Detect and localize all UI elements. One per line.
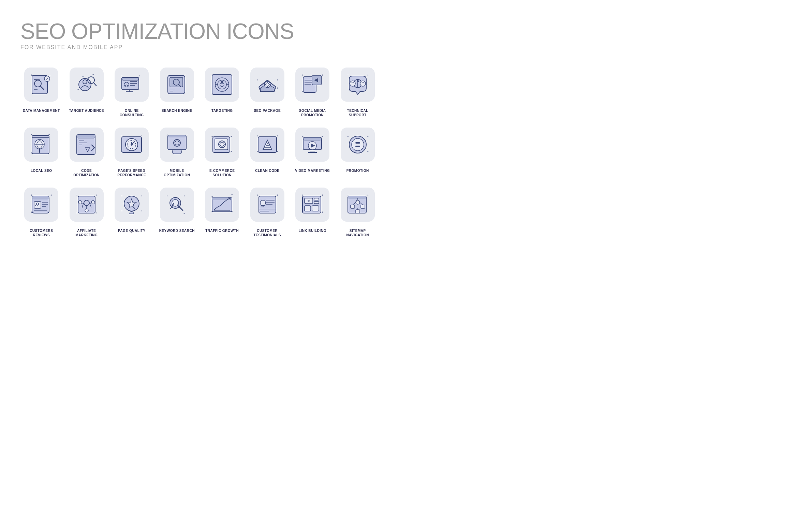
svg-point-203: [308, 200, 310, 202]
svg-line-11: [93, 83, 96, 86]
svg-text:+: +: [139, 74, 141, 77]
svg-text:+: +: [257, 150, 258, 153]
svg-rect-202: [312, 206, 319, 211]
icon-item-pages-speed-performance: + + + PAGE'S SPEED PERFORMANCE: [111, 124, 153, 177]
icon-label-page-quality: PAGE QUALITY: [118, 228, 145, 233]
svg-text:+: +: [121, 150, 123, 153]
svg-text:+: +: [96, 211, 98, 215]
icon-label-affiliate-marketing: AFFILIATE MARKETING: [68, 228, 105, 237]
icon-label-online-consulting: ONLINE CONSULTING: [113, 108, 150, 117]
svg-text:+: +: [277, 134, 278, 137]
icon-item-affiliate-marketing: + + + + AFFILIATE MARKETING: [66, 184, 108, 237]
icon-label-link-building: LINK BUILDING: [299, 228, 326, 233]
svg-text:+: +: [76, 211, 78, 215]
svg-text:+: +: [302, 74, 304, 77]
icon-label-clean-code: CLEAN CODE: [255, 168, 279, 173]
svg-rect-140: [32, 196, 49, 200]
svg-rect-199: [314, 198, 319, 200]
svg-point-64: [350, 81, 355, 86]
svg-text:+: +: [96, 194, 98, 197]
svg-text:+: +: [231, 74, 233, 77]
svg-text:+: +: [302, 135, 304, 138]
icon-label-sitemap-navigation: SITEMAP NAVIGATION: [339, 228, 376, 237]
svg-text:+: +: [231, 210, 233, 213]
icon-item-seo-package: + + + SEO PACKAGE: [247, 64, 289, 117]
icon-item-promotion: + + + PROMOTION: [337, 124, 379, 177]
svg-text:+: +: [183, 194, 185, 197]
svg-text:+: +: [121, 134, 123, 137]
svg-text:+: +: [167, 74, 169, 77]
icon-label-seo-package: SEO PACKAGE: [254, 108, 281, 113]
svg-rect-201: [305, 206, 311, 211]
svg-text:+: +: [347, 74, 349, 77]
icon-item-data-management: + + DATA MANAGEMENT: [20, 64, 62, 117]
svg-text:+: +: [166, 134, 168, 137]
icon-item-code-optimization: + + CODE OPTIMIZATION: [66, 124, 108, 177]
icon-item-social-media-promotion: + + + SOCIAL MEDIA PROMOTION: [292, 64, 334, 117]
svg-text:+: +: [257, 194, 258, 197]
icon-label-code-optimization: CODE OPTIMIZATION: [68, 168, 105, 177]
icon-label-social-media-promotion: SOCIAL MEDIA PROMOTION: [294, 108, 331, 117]
icon-label-keyword-search: KEYWORD SEARCH: [159, 228, 195, 233]
svg-text:+: +: [322, 194, 323, 197]
svg-rect-75: [77, 135, 95, 138]
icon-label-promotion: PROMOTION: [346, 168, 369, 173]
icon-label-technical-support: TECHNICAL SUPPORT: [339, 108, 376, 117]
svg-text:+: +: [77, 88, 79, 91]
icon-label-search-engine: SEARCH ENGINE: [162, 108, 192, 113]
svg-rect-200: [314, 202, 319, 204]
svg-text:+: +: [367, 135, 369, 138]
icon-label-customer-testimonials: CUSTOMER TESTIMONIALS: [249, 228, 286, 237]
svg-point-209: [356, 200, 360, 204]
page-header: SEO OPTIMIZATION ICONS FOR WEBSITE AND M…: [20, 20, 379, 50]
svg-text:+: +: [31, 74, 32, 77]
icon-item-customers-reviews: + + + CUSTOMERS REVIEWS: [20, 184, 62, 237]
svg-text:+: +: [141, 194, 143, 197]
svg-rect-210: [351, 205, 355, 208]
svg-text:+: +: [49, 74, 51, 77]
svg-text:+: +: [277, 78, 278, 82]
svg-rect-16: [122, 77, 139, 80]
svg-point-153: [91, 201, 95, 204]
svg-text:+: +: [31, 133, 32, 136]
svg-text:+: +: [367, 74, 369, 77]
svg-rect-211: [361, 205, 365, 208]
svg-rect-208: [348, 196, 366, 199]
svg-text:+: +: [231, 135, 232, 138]
svg-text:+: +: [82, 75, 84, 78]
svg-text:+: +: [166, 194, 168, 197]
svg-point-133: [352, 138, 364, 151]
svg-text:+: +: [211, 74, 213, 77]
svg-text:+: +: [302, 90, 304, 93]
icon-item-ecommerce-solution: + + + E-COMMERCE SOLUTION: [201, 124, 243, 177]
icon-label-customers-reviews: CUSTOMERS REVIEWS: [23, 228, 60, 237]
svg-text:+: +: [211, 135, 213, 138]
svg-text:+: +: [141, 209, 143, 212]
page-title: SEO OPTIMIZATION ICONS: [20, 20, 379, 42]
svg-text:+: +: [277, 87, 278, 90]
icon-item-technical-support: + + TECHNICAL SUPPORT: [337, 64, 379, 117]
icon-item-target-audience: + + + TARGET AUDIENCE: [66, 64, 108, 117]
icon-label-targeting: TARGETING: [211, 108, 233, 113]
svg-point-88: [131, 144, 133, 146]
svg-text:+: +: [257, 78, 258, 82]
svg-text:+: +: [347, 135, 349, 138]
svg-text:+: +: [76, 194, 78, 197]
svg-rect-212: [356, 210, 360, 213]
icon-label-video-marketing: VIDEO MARKETING: [295, 168, 330, 173]
svg-text:+: +: [322, 74, 323, 77]
svg-text:+: +: [211, 195, 213, 198]
svg-text:+: +: [183, 212, 185, 215]
svg-text:+: +: [121, 209, 123, 212]
icon-item-online-consulting: + + ONLINE CONSULTING: [111, 64, 153, 117]
svg-text:+: +: [347, 194, 349, 197]
icon-label-ecommerce-solution: E-COMMERCE SOLUTION: [203, 168, 241, 177]
icon-label-traffic-growth: TRAFFIC GROWTH: [205, 228, 239, 233]
svg-text:+: +: [48, 133, 50, 136]
svg-rect-125: [303, 137, 322, 140]
icon-item-targeting: + + TARGETING: [201, 64, 243, 117]
icon-label-target-audience: TARGET AUDIENCE: [69, 108, 104, 113]
svg-text:+: +: [121, 74, 123, 77]
icon-item-page-quality: + + + + PAGE QUALITY: [111, 184, 153, 237]
icon-label-data-management: DATA MANAGEMENT: [23, 108, 60, 113]
